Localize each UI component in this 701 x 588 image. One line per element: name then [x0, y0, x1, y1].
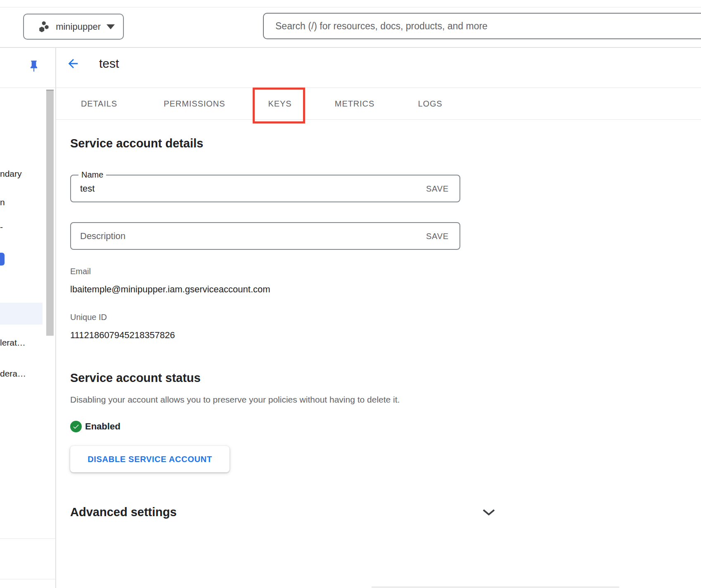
gcp-console-screen: minipupper test ndary n - lerat… dera… D…	[0, 0, 701, 588]
check-circle-icon	[70, 421, 82, 432]
back-arrow-icon[interactable]	[66, 57, 80, 71]
search-input[interactable]	[264, 14, 701, 38]
sidebar-item-fragment[interactable]: n	[0, 197, 5, 207]
tab-metrics[interactable]: METRICS	[335, 99, 374, 109]
pin-icon[interactable]	[27, 59, 40, 73]
save-description-button[interactable]: SAVE	[426, 231, 449, 241]
unique-id-value: 111218607945218357826	[70, 330, 175, 341]
sidebar-item-fragment[interactable]: lerat…	[0, 338, 26, 348]
sidebar-section-divider	[0, 538, 55, 539]
section-heading-details: Service account details	[70, 137, 203, 150]
project-selector[interactable]: minipupper	[23, 14, 124, 40]
sidebar-blue-button-fragment[interactable]	[0, 253, 5, 266]
page-title: test	[99, 57, 119, 71]
project-hexagons-icon	[37, 20, 50, 33]
status-label: Enabled	[85, 421, 121, 432]
tabbar-bottom-divider	[55, 119, 701, 120]
tab-logs[interactable]: LOGS	[418, 99, 442, 109]
chevron-down-icon	[107, 24, 115, 29]
keys-tab-highlight-box	[253, 88, 305, 123]
tab-details[interactable]: DETAILS	[81, 99, 117, 109]
unique-id-label: Unique ID	[70, 313, 107, 322]
sidebar-item-fragment[interactable]: -	[0, 222, 3, 232]
sidebar-content-divider	[55, 47, 56, 588]
sidebar-scrollbar[interactable]	[46, 90, 54, 336]
description-input[interactable]	[71, 223, 410, 249]
email-value: lbaitemple@minipupper.iam.gserviceaccoun…	[70, 284, 270, 295]
tab-permissions[interactable]: PERMISSIONS	[164, 99, 225, 109]
name-input[interactable]	[71, 175, 410, 202]
global-search	[263, 13, 701, 39]
top-divider	[0, 7, 701, 7]
sidebar-item-fragment[interactable]: dera…	[0, 369, 26, 379]
sidebar-section-divider-2	[0, 579, 55, 579]
subheader-divider	[0, 88, 701, 88]
sidebar-selected-item[interactable]	[0, 303, 43, 325]
horizontal-scrollbar-strip	[372, 586, 619, 588]
name-field: Name SAVE	[70, 175, 460, 202]
section-heading-advanced: Advanced settings	[70, 505, 177, 519]
save-name-button[interactable]: SAVE	[426, 184, 449, 193]
section-heading-status: Service account status	[70, 371, 201, 385]
sidebar-item-fragment[interactable]: ndary	[0, 169, 22, 179]
status-description: Disabling your account allows you to pre…	[70, 395, 400, 405]
description-field: SAVE	[70, 222, 460, 250]
email-label: Email	[70, 267, 91, 276]
expand-advanced-chevron-icon[interactable]	[482, 509, 495, 516]
status-badge: Enabled	[70, 421, 121, 432]
header-divider	[0, 47, 701, 48]
disable-service-account-button[interactable]: DISABLE SERVICE ACCOUNT	[70, 446, 230, 472]
project-name: minipupper	[56, 21, 101, 32]
